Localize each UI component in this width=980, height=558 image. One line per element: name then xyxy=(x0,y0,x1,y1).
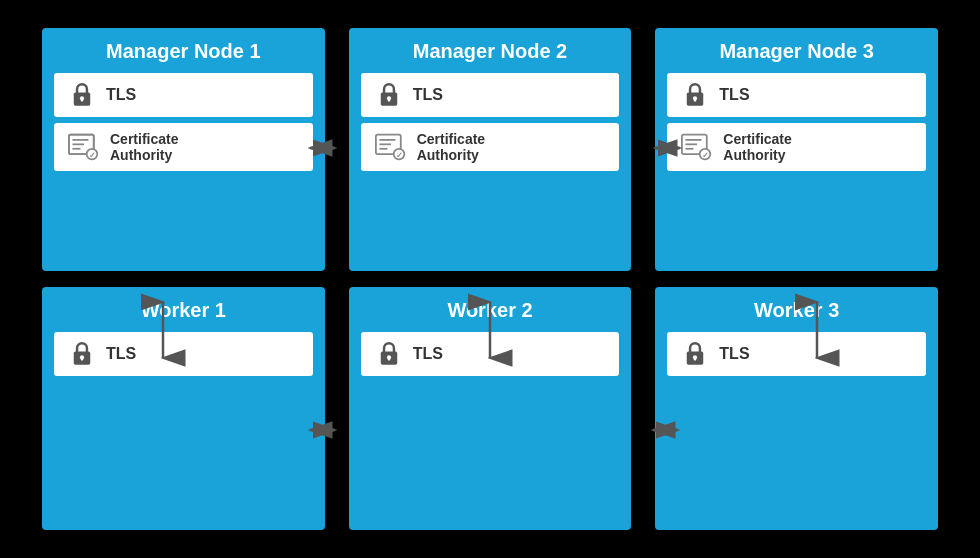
svg-rect-33 xyxy=(387,357,389,360)
worker-node-3: Worker 3 TLS xyxy=(655,287,938,530)
manager-1-ca-label: CertificateAuthority xyxy=(110,131,178,163)
lock-icon-w1 xyxy=(68,340,96,368)
manager-3-ca-box: ✓ CertificateAuthority xyxy=(667,123,926,171)
manager-1-ca-box: ✓ CertificateAuthority xyxy=(54,123,313,171)
worker-3-tls-box: TLS xyxy=(667,332,926,376)
manager-node-3: Manager Node 3 TLS ✓ CertificateAuthorit… xyxy=(655,28,938,271)
lock-icon xyxy=(68,81,96,109)
svg-rect-2 xyxy=(81,98,83,101)
svg-text:✓: ✓ xyxy=(396,151,403,160)
manager-1-tls-label: TLS xyxy=(106,86,136,104)
svg-rect-21 xyxy=(694,98,696,101)
svg-rect-36 xyxy=(694,357,696,360)
cert-icon-3: ✓ xyxy=(681,133,713,161)
worker-node-1: Worker 1 TLS xyxy=(42,287,325,530)
manager-3-tls-box: TLS xyxy=(667,73,926,117)
manager-2-ca-label: CertificateAuthority xyxy=(417,131,485,163)
cert-icon: ✓ xyxy=(68,133,100,161)
manager-node-1: Manager Node 1 TLS ✓ CertificateAuthorit… xyxy=(42,28,325,271)
lock-icon-w3 xyxy=(681,340,709,368)
manager-2-title: Manager Node 2 xyxy=(413,40,567,63)
svg-rect-30 xyxy=(81,357,83,360)
svg-text:✓: ✓ xyxy=(703,151,710,160)
manager-node-2: Manager Node 2 TLS ✓ CertificateAuthorit… xyxy=(349,28,632,271)
worker-2-tls-box: TLS xyxy=(361,332,620,376)
worker-1-title: Worker 1 xyxy=(141,299,226,322)
worker-2-title: Worker 2 xyxy=(447,299,532,322)
worker-3-title: Worker 3 xyxy=(754,299,839,322)
manager-3-title: Manager Node 3 xyxy=(719,40,873,63)
lock-icon-w2 xyxy=(375,340,403,368)
worker-1-tls-box: TLS xyxy=(54,332,313,376)
svg-text:✓: ✓ xyxy=(89,151,96,160)
manager-1-tls-box: TLS xyxy=(54,73,313,117)
worker-2-tls-label: TLS xyxy=(413,345,443,363)
lock-icon-2 xyxy=(375,81,403,109)
manager-2-ca-box: ✓ CertificateAuthority xyxy=(361,123,620,171)
svg-rect-12 xyxy=(387,98,389,101)
manager-3-tls-label: TLS xyxy=(719,86,749,104)
manager-1-title: Manager Node 1 xyxy=(106,40,260,63)
manager-2-tls-box: TLS xyxy=(361,73,620,117)
worker-node-2: Worker 2 TLS xyxy=(349,287,632,530)
manager-3-ca-label: CertificateAuthority xyxy=(723,131,791,163)
manager-2-tls-label: TLS xyxy=(413,86,443,104)
worker-1-tls-label: TLS xyxy=(106,345,136,363)
worker-3-tls-label: TLS xyxy=(719,345,749,363)
diagram: Manager Node 1 TLS ✓ CertificateAuthorit… xyxy=(0,0,980,558)
lock-icon-3 xyxy=(681,81,709,109)
cert-icon-2: ✓ xyxy=(375,133,407,161)
